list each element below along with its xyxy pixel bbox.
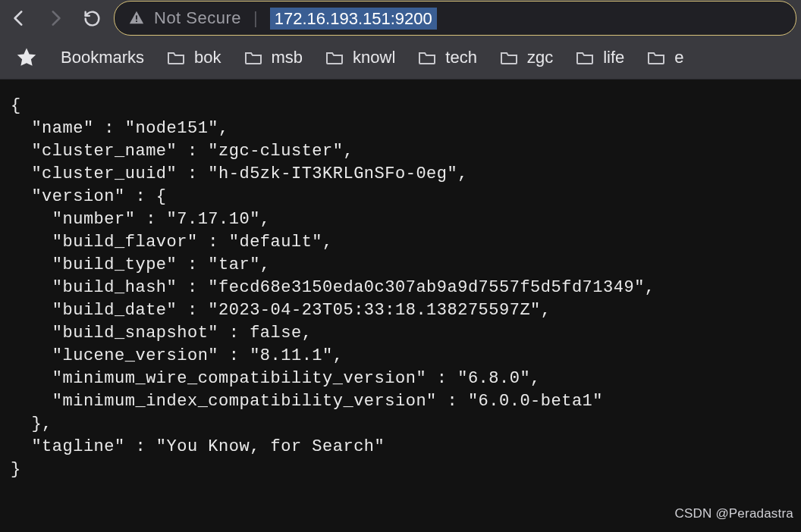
arrow-right-icon	[46, 8, 65, 28]
bookmarks-label[interactable]: Bookmarks	[61, 48, 144, 67]
bookmark-folder-label: e	[674, 48, 683, 67]
warning-triangle-icon	[128, 10, 145, 27]
bookmark-folder-label: zgc	[527, 48, 553, 67]
json-line: "name" : "node151",	[11, 119, 229, 138]
folder-icon	[167, 50, 185, 65]
folder-icon	[500, 50, 518, 65]
json-line: "cluster_uuid" : "h-d5zk-IT3KRLGnSFo-0eg…	[11, 164, 468, 183]
json-line: "tagline" : "You Know, for Search"	[11, 437, 385, 456]
json-line: "build_date" : "2023-04-23T05:33:18.1382…	[11, 301, 551, 320]
json-line: "cluster_name" : "zgc-cluster",	[11, 142, 353, 161]
star-icon[interactable]	[15, 46, 38, 69]
url-text: 172.16.193.151:9200	[270, 8, 437, 30]
address-bar[interactable]: Not Secure | 172.16.193.151:9200	[114, 1, 796, 36]
bookmark-folder-label: life	[603, 48, 624, 67]
bookmark-folder-label: bok	[194, 48, 221, 67]
reload-button[interactable]	[77, 4, 106, 33]
bookmark-folder-e[interactable]: e	[647, 48, 683, 67]
bookmark-folder-zgc[interactable]: zgc	[500, 48, 553, 67]
bookmark-folder-tech[interactable]: tech	[418, 48, 477, 67]
bookmark-folder-bok[interactable]: bok	[167, 48, 221, 67]
bookmarks-bar: Bookmarks bok msb knowl tech zgc life e	[0, 36, 801, 80]
json-line: "build_hash" : "fecd68e3150eda0c307ab9a9…	[11, 278, 655, 297]
separator-pipe: |	[253, 8, 258, 28]
json-line: "minimum_index_compatibility_version" : …	[11, 392, 603, 411]
browser-toolbar: Not Secure | 172.16.193.151:9200	[0, 0, 801, 36]
json-line: "lucene_version" : "8.11.1",	[11, 346, 343, 365]
bookmark-folder-label: msb	[272, 48, 303, 67]
folder-icon	[244, 50, 262, 65]
watermark: CSDN @Peradastra	[674, 502, 793, 525]
folder-icon	[325, 50, 344, 65]
json-line: "build_type" : "tar",	[11, 255, 271, 274]
folder-icon	[647, 50, 665, 65]
json-line: "number" : "7.17.10",	[11, 210, 271, 229]
json-line: {	[11, 96, 21, 115]
bookmark-folder-label: tech	[445, 48, 477, 67]
json-line: "build_snapshot" : false,	[11, 324, 312, 343]
json-line: "minimum_wire_compatibility_version" : "…	[11, 369, 541, 388]
bookmark-folder-label: knowl	[353, 48, 395, 67]
bookmark-folder-knowl[interactable]: knowl	[325, 48, 395, 67]
reload-icon	[83, 9, 102, 28]
svg-rect-1	[136, 20, 137, 22]
folder-icon	[576, 50, 594, 65]
bookmark-folder-life[interactable]: life	[576, 48, 624, 67]
not-secure-label: Not Secure	[154, 8, 241, 28]
forward-button[interactable]	[41, 4, 70, 33]
json-line: }	[11, 460, 21, 479]
json-line: },	[11, 415, 52, 433]
svg-rect-0	[136, 15, 137, 19]
json-line: "build_flavor" : "default",	[11, 233, 333, 252]
page-content: { "name" : "node151", "cluster_name" : "…	[0, 80, 801, 532]
arrow-left-icon	[9, 8, 29, 28]
folder-icon	[418, 50, 436, 65]
json-line: "version" : {	[11, 187, 167, 206]
back-button[interactable]	[5, 4, 33, 33]
bookmark-folder-msb[interactable]: msb	[244, 48, 303, 67]
